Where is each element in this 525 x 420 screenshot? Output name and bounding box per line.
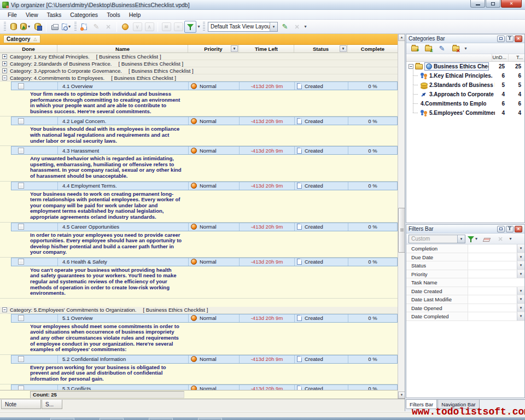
- menu-view[interactable]: View: [21, 10, 43, 19]
- filter-value-field[interactable]: [468, 295, 517, 304]
- new-subcategory-button[interactable]: ±: [422, 43, 434, 55]
- task-row[interactable]: 5.3 ConflictsNormal-413d 20h 9mCreated0 …: [0, 384, 398, 390]
- task-checkbox[interactable]: [18, 259, 24, 265]
- tab-note[interactable]: Note: [1, 400, 41, 409]
- collapse-icon[interactable]: −: [2, 75, 7, 80]
- priority-filter-dropdown-icon[interactable]: ▾: [231, 45, 238, 52]
- task-row[interactable]: 4.5 Career OpportunitiesNormal-413d 20h …: [0, 223, 398, 231]
- category-group-row[interactable]: +Category: 3.Approach to Corporate Gover…: [0, 67, 398, 74]
- filter-dropdown-icon[interactable]: ▾: [517, 295, 524, 304]
- tree-column-total[interactable]: T...: [508, 54, 524, 61]
- layout-combo[interactable]: Default Task View Layout ▾: [208, 22, 278, 32]
- task-row[interactable]: 5.2 Confidential InformationNormal-413d …: [0, 355, 398, 364]
- expand-icon[interactable]: +: [2, 61, 7, 66]
- toolbar-grip[interactable]: [4, 22, 6, 32]
- column-header-time-left[interactable]: Time Left: [239, 45, 294, 52]
- task-view-filter-button[interactable]: [184, 21, 196, 33]
- task-checkbox[interactable]: [18, 118, 24, 124]
- category-group-row[interactable]: +Category: 1.Key Ethical Principles.[ Bu…: [0, 53, 398, 60]
- filter-dropdown-icon[interactable]: ▾: [517, 287, 524, 295]
- open-database-button[interactable]: ▾: [20, 21, 32, 33]
- filter-value-field[interactable]: [468, 253, 517, 261]
- categories-close-button[interactable]: ✕: [515, 36, 522, 42]
- task-checkbox[interactable]: [18, 83, 24, 89]
- apply-filter-button[interactable]: ▾: [467, 233, 479, 245]
- category-group-row[interactable]: −Category: 5.Employees' Commitments to O…: [0, 299, 398, 314]
- menu-file[interactable]: File: [3, 10, 21, 19]
- move-down-button[interactable]: ∨: [131, 21, 143, 33]
- filter-dropdown-icon[interactable]: ▾: [517, 253, 524, 261]
- layout-combo-dropdown-icon[interactable]: ▾: [270, 22, 277, 31]
- edit-category-button[interactable]: ✎: [436, 43, 448, 55]
- menu-categories[interactable]: Categories: [66, 10, 102, 19]
- filter-value-field[interactable]: [468, 287, 517, 295]
- task-description-row[interactable]: Any unwanted behavior which is regarded …: [0, 155, 398, 181]
- maximize-button[interactable]: [486, 0, 500, 8]
- task-checkbox[interactable]: [18, 356, 24, 362]
- task-description-row[interactable]: Your business should deal with its emplo…: [0, 125, 398, 146]
- filters-restore-button[interactable]: [497, 226, 505, 232]
- toolbar-grip[interactable]: [74, 22, 77, 32]
- task-row[interactable]: 4.6 Health & SafetyNormal-413d 20h 9mCre…: [0, 258, 398, 266]
- grid-vertical-scrollbar[interactable]: ▲ ▼: [398, 34, 405, 399]
- filter-value-field[interactable]: [468, 304, 517, 312]
- filter-value-field[interactable]: [468, 312, 517, 320]
- task-description-row[interactable]: Every person working for your business i…: [0, 364, 398, 384]
- menu-tasks[interactable]: Tasks: [43, 10, 66, 19]
- menu-tools[interactable]: Tools: [102, 10, 125, 19]
- status-filter-dropdown-icon[interactable]: ▾: [340, 45, 347, 52]
- task-description-row[interactable]: Your employees should meet some commitme…: [0, 323, 398, 355]
- tree-category-row[interactable]: 4.Commitments to Employees66: [406, 99, 524, 108]
- task-description-row[interactable]: You can't operate your business without …: [0, 266, 398, 299]
- task-checkbox[interactable]: [18, 386, 24, 390]
- category-group-row[interactable]: +Category: 2.Standards of Business Pract…: [0, 60, 398, 67]
- task-row[interactable]: 5.1 OverviewNormal-413d 20h 9mCreated0 %: [0, 314, 398, 323]
- tab-subtasks[interactable]: S...: [42, 400, 62, 409]
- filter-dropdown-icon[interactable]: ▾: [517, 270, 524, 278]
- task-description-row[interactable]: Your firm needs to optimize both individ…: [0, 90, 398, 116]
- filter-dropdown-icon[interactable]: ▾: [517, 304, 524, 312]
- filters-pin-button[interactable]: [506, 226, 514, 232]
- task-checkbox[interactable]: [18, 224, 24, 230]
- move-up-button[interactable]: ∧: [143, 21, 155, 33]
- categories-pin-button[interactable]: [506, 36, 514, 42]
- save-database-button[interactable]: [32, 21, 44, 33]
- filter-preset-dropdown-icon[interactable]: ▾: [457, 235, 465, 243]
- tree-root-row[interactable]: −Business Ethics Checklist2525: [406, 62, 524, 71]
- tree-category-row[interactable]: 1.Key Ethical Principles.66: [406, 71, 524, 80]
- filter-value-field[interactable]: [468, 270, 517, 278]
- customize-layout-button[interactable]: ✎: [279, 21, 291, 33]
- filters-close-button[interactable]: ✕: [515, 226, 522, 232]
- filters-toolbar-caret-icon[interactable]: ▾: [508, 236, 513, 241]
- group-by-category-button[interactable]: Category △: [3, 35, 40, 43]
- filter-dropdown-icon[interactable]: ▾: [517, 312, 524, 320]
- filter-value-field[interactable]: [468, 278, 524, 287]
- tree-category-row[interactable]: 3.Approach to Corporate Go44: [406, 90, 524, 99]
- apply-filter-caret-icon[interactable]: ▾: [474, 236, 479, 241]
- categories-restore-button[interactable]: [497, 36, 505, 42]
- filter-dropdown-icon[interactable]: ▾: [517, 244, 524, 253]
- column-header-done[interactable]: Done: [0, 45, 57, 52]
- layout-caret-icon[interactable]: ▾: [303, 24, 308, 29]
- view-caret-icon[interactable]: ▾: [196, 24, 201, 29]
- close-button[interactable]: ✕: [501, 0, 522, 8]
- task-row[interactable]: 4.1 OverviewNormal-413d 20h 9mCreated0 %: [0, 81, 398, 90]
- new-database-button[interactable]: [8, 21, 20, 33]
- task-description-row[interactable]: In order to retain your employees you ne…: [0, 231, 398, 258]
- clear-filter-button[interactable]: [481, 233, 493, 245]
- expand-icon[interactable]: +: [2, 54, 7, 59]
- delete-filter-button[interactable]: ✕: [494, 233, 506, 245]
- task-row[interactable]: 4.3 HarassmentNormal-413d 20h 9mCreated0…: [0, 146, 398, 155]
- delete-layout-button[interactable]: ✕: [291, 21, 303, 33]
- print-button[interactable]: [49, 21, 61, 33]
- tree-column-undone[interactable]: UnD...: [492, 54, 508, 61]
- expand-icon[interactable]: +: [2, 68, 7, 73]
- move-to-bottom-button[interactable]: ≋: [160, 21, 172, 33]
- tree-category-row[interactable]: 5.Employees' Commitments t44: [406, 108, 524, 118]
- new-category-button[interactable]: +: [409, 43, 421, 55]
- categories-toolbar-caret-icon[interactable]: ▾: [463, 46, 468, 51]
- delete-category-button[interactable]: ✕: [450, 43, 462, 55]
- task-checkbox[interactable]: [18, 148, 24, 154]
- column-header-complete[interactable]: Complete: [348, 45, 398, 52]
- complete-task-button[interactable]: [119, 21, 131, 33]
